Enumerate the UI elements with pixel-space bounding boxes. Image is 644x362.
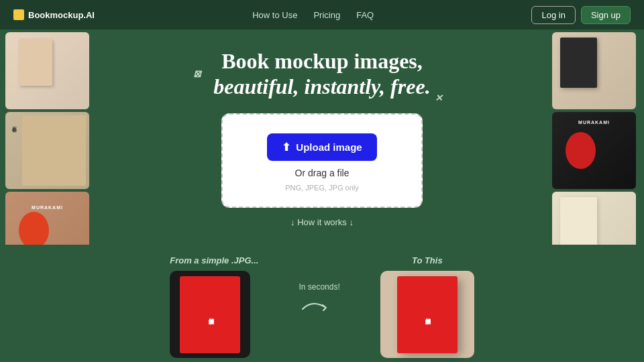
arrow-icon — [299, 296, 339, 319]
in-seconds-label: In seconds! — [299, 282, 339, 292]
to-book-container: 挪威的森林 — [380, 271, 474, 358]
login-button[interactable]: Log in — [531, 6, 575, 24]
logo-text: Bookmockup.AI — [28, 10, 95, 20]
heading-line2: ⊠ beautiful, instantly, free. ✕ — [213, 74, 430, 99]
logo-icon — [13, 9, 24, 20]
nav-pricing[interactable]: Pricing — [313, 10, 340, 20]
nav-faq[interactable]: FAQ — [356, 10, 374, 20]
how-it-works-link[interactable]: ↓ How it works ↓ — [290, 217, 354, 227]
upload-button[interactable]: ⬆ Upload image — [267, 133, 376, 161]
upload-icon: ⬆ — [282, 141, 290, 154]
signup-button[interactable]: Sign up — [581, 6, 631, 24]
heading-line2-text: beautiful, instantly, free. — [213, 74, 430, 99]
upload-box: ⬆ Upload image Or drag a file PNG, JPEG,… — [221, 113, 423, 208]
deco-cross-icon: ✕ — [435, 93, 443, 105]
hero-heading: Book mockup images, ⊠ beautiful, instant… — [213, 48, 430, 100]
to-section: To This 挪威的森林 — [380, 255, 474, 358]
upload-button-label: Upload image — [296, 141, 362, 153]
heading-line1: Book mockup images, — [221, 49, 423, 73]
nav-auth: Log in Sign up — [531, 6, 631, 24]
main-content: Book mockup images, ⊠ beautiful, instant… — [0, 29, 644, 241]
arrow-section: In seconds! — [299, 255, 339, 319]
to-book-cover: 挪威的森林 — [397, 276, 458, 353]
file-types-text: PNG, JPEG, JPG only — [250, 184, 394, 192]
from-label: From a simple .JPG... — [170, 255, 258, 265]
to-label: To This — [380, 255, 474, 265]
navbar: Bookmockup.AI How to Use Pricing FAQ Log… — [0, 0, 644, 29]
from-section: From a simple .JPG... 挪威的森林 — [170, 255, 258, 358]
nav-links: How to Use Pricing FAQ — [252, 10, 374, 20]
bottom-section: From a simple .JPG... 挪威的森林 In seconds! … — [0, 245, 644, 362]
from-book-container: 挪威的森林 — [170, 271, 250, 358]
drag-text: Or drag a file — [250, 168, 394, 178]
deco-expand-icon: ⊠ — [193, 69, 201, 80]
from-book-cover: 挪威的森林 — [180, 276, 240, 353]
logo[interactable]: Bookmockup.AI — [13, 9, 95, 20]
nav-how-to-use[interactable]: How to Use — [252, 10, 297, 20]
